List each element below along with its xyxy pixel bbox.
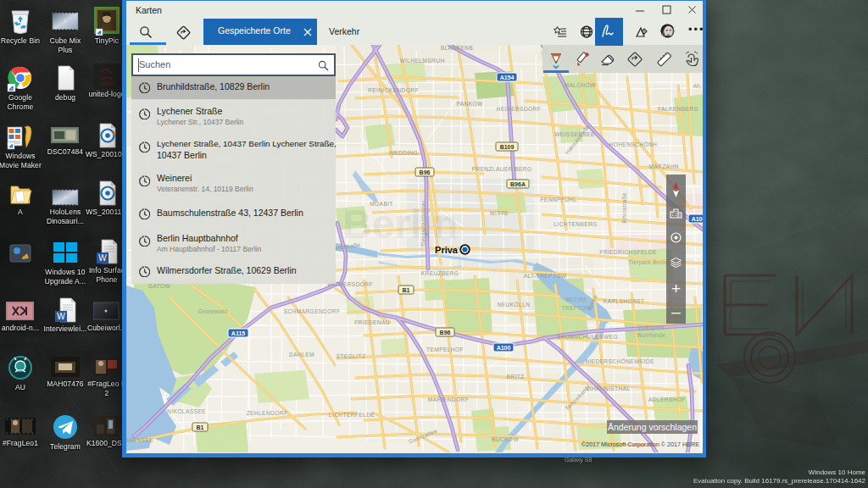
svg-text:HOHENSCHÖNH.: HOHENSCHÖNH. [609, 141, 659, 147]
svg-text:B1: B1 [197, 424, 204, 430]
svg-text:ZEHLENDORF: ZEHLENDORF [247, 410, 288, 416]
svg-text:NIEDERSCHÖNEWEIDE: NIEDERSCHÖNEWEIDE [585, 358, 654, 364]
svg-text:BEZIRK: BEZIRK [565, 297, 587, 302]
svg-text:DAHLEM: DAHLEM [289, 352, 314, 358]
svg-text:WILHELMSRUH: WILHELMSRUH [399, 58, 444, 64]
svg-text:MARIENDORF: MARIENDORF [428, 396, 469, 402]
svg-text:B96A: B96A [510, 181, 526, 187]
svg-text:A100: A100 [497, 345, 511, 351]
svg-text:KREUZBERG: KREUZBERG [421, 270, 459, 276]
svg-text:Grunewald: Grunewald [198, 308, 228, 314]
svg-text:BRITZ: BRITZ [506, 374, 524, 380]
svg-text:MITTE: MITTE [490, 210, 509, 216]
svg-text:MALCHOW: MALCHOW [564, 82, 596, 88]
svg-text:NIKOLASSEE: NIKOLASSEE [167, 408, 206, 414]
svg-text:A154: A154 [500, 75, 515, 80]
svg-text:FRIEDRICHSFELDE: FRIEDRICHSFELDE [599, 249, 657, 255]
svg-text:Priva: Priva [435, 245, 459, 255]
svg-text:WANNSEE: WANNSEE [126, 437, 153, 443]
svg-text:JOHANNISTHAL: JOHANNISTHAL [584, 385, 631, 391]
svg-text:HEINERSDORF: HEINERSDORF [497, 106, 541, 112]
svg-text:A100: A100 [692, 216, 703, 222]
svg-text:MARZAHN: MARZAHN [648, 164, 678, 169]
svg-text:W: W [57, 312, 65, 321]
svg-text:FENNPFUHL: FENNPFUHL [540, 197, 576, 202]
svg-text:B1: B1 [403, 287, 410, 293]
svg-text:TEMPELHOF: TEMPELHOF [426, 347, 464, 352]
svg-text:FALKENBERG: FALKENBERG [658, 106, 698, 112]
svg-text:B96: B96 [440, 330, 451, 336]
svg-text:BLANKENB.: BLANKENB. [441, 45, 476, 51]
svg-text:A115: A115 [231, 330, 245, 336]
svg-text:Tiergartentunnel: Tiergartentunnel [420, 201, 427, 247]
svg-text:WEDDING: WEDDING [389, 150, 419, 156]
svg-text:NEUKÖLLN: NEUKÖLLN [498, 302, 531, 308]
svg-text:Rhinstraße: Rhinstraße [621, 192, 627, 223]
svg-text:B109: B109 [500, 144, 515, 150]
svg-text:PANKOW: PANKOW [456, 101, 483, 107]
svg-text:Tierpark Berlin: Tierpark Berlin [628, 259, 668, 266]
svg-text:Ah: Ah [693, 83, 701, 89]
svg-text:W: W [98, 253, 107, 263]
svg-text:Wuhlheide: Wuhlheide [637, 332, 665, 338]
svg-text:ALT-TREPTOW: ALT-TREPTOW [524, 273, 567, 279]
svg-text:LICHTERFELDE: LICHTERFELDE [329, 412, 375, 418]
svg-text:united: united [99, 80, 114, 86]
svg-text:Berlin: Berlin [342, 202, 458, 247]
svg-text:BAUMSCHULENWEG: BAUMSCHULENWEG [557, 334, 618, 340]
svg-text:FRIEDENAU: FRIEDENAU [354, 319, 390, 325]
svg-text:LICHTENBERG: LICHTENBERG [554, 221, 597, 227]
svg-text:B96: B96 [420, 169, 431, 175]
svg-text:GATOW: GATOW [148, 283, 171, 289]
svg-text:ADLERSHOF: ADLERSHOF [648, 396, 686, 402]
svg-text:PRENZLAUER BERG: PRENZLAUER BERG [472, 166, 532, 172]
svg-text:SCHMARGENDORF: SCHMARGENDORF [284, 308, 341, 314]
svg-text:STEGLITZ: STEGLITZ [337, 353, 366, 359]
svg-text:MOABIT: MOABIT [370, 201, 393, 207]
svg-text:REINICKENDORF: REINICKENDORF [368, 87, 419, 93]
svg-text:KARLSHORST: KARLSHORST [604, 298, 645, 304]
svg-text:Volkspark: Volkspark [637, 324, 665, 331]
